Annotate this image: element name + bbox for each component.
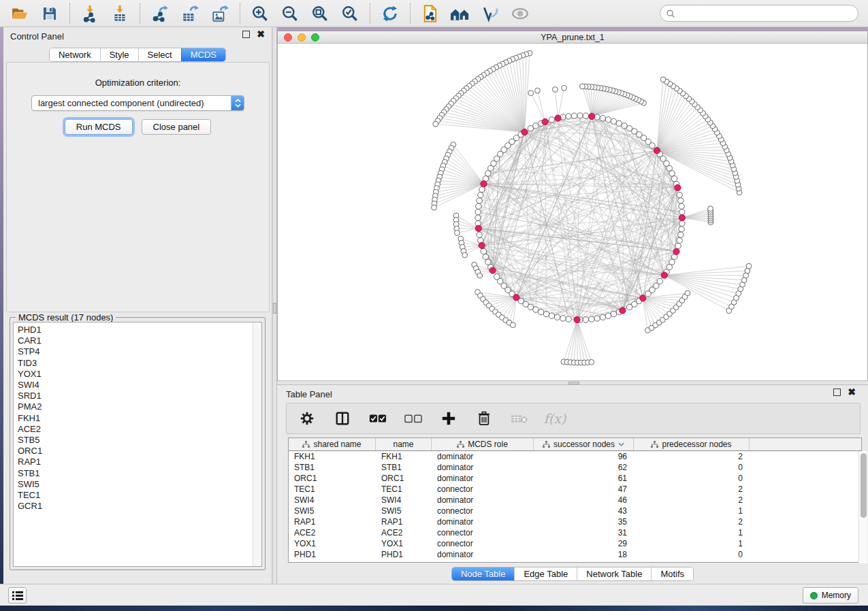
task-history-button[interactable] — [8, 587, 27, 604]
close-window-button[interactable] — [284, 33, 292, 42]
export-image-button[interactable] — [210, 4, 230, 23]
zoom-fit-button[interactable] — [310, 4, 330, 23]
splitter-handle[interactable] — [273, 303, 276, 314]
graph-hub-node[interactable] — [489, 267, 496, 274]
network-window-titlebar[interactable]: YPA_prune.txt_1 — [278, 31, 867, 44]
graph-leaf-node[interactable] — [433, 121, 438, 127]
tab-style[interactable]: Style — [100, 48, 138, 61]
graph-node[interactable] — [477, 232, 482, 237]
graph-hub-node[interactable] — [654, 148, 660, 154]
graph-node[interactable] — [675, 243, 681, 248]
graph-hub-node[interactable] — [620, 308, 626, 314]
graph-hub-node[interactable] — [661, 272, 667, 278]
graph-node[interactable] — [679, 203, 684, 209]
refresh-button[interactable] — [380, 4, 400, 23]
graph-leaf-node[interactable] — [589, 359, 594, 365]
table-row[interactable]: SWI4SWI4dominator462 — [289, 495, 861, 506]
vertical-splitter[interactable] — [272, 27, 277, 584]
table-row[interactable]: FKH1FKH1dominator962 — [289, 451, 861, 462]
column-header-shared-name[interactable]: shared name — [289, 438, 376, 450]
mcds-result-item[interactable]: TEC1 — [18, 490, 253, 501]
column-header-predecessor-nodes[interactable]: predecessor nodes — [634, 438, 750, 450]
graph-node[interactable] — [571, 113, 577, 118]
graph-node[interactable] — [671, 176, 677, 181]
select-all-button[interactable] — [368, 409, 387, 428]
graph-node[interactable] — [477, 198, 482, 203]
graph-node[interactable] — [478, 192, 483, 197]
network-canvas[interactable] — [278, 44, 867, 380]
graph-node[interactable] — [649, 143, 655, 148]
graph-node[interactable] — [475, 215, 481, 220]
graph-node[interactable] — [554, 314, 560, 320]
table-row[interactable]: STB1STB1dominator620 — [289, 462, 861, 473]
graph-node[interactable] — [583, 317, 588, 323]
graph-leaf-node[interactable] — [432, 205, 437, 210]
optimization-criterion-select[interactable]: largest connected component (undirected) — [31, 95, 244, 111]
graph-node[interactable] — [538, 309, 543, 314]
graph-leaf-node[interactable] — [462, 252, 468, 258]
graph-leaf-node[interactable] — [660, 77, 666, 82]
mcds-result-item[interactable]: STP4 — [18, 346, 253, 357]
graph-node[interactable] — [600, 314, 605, 320]
graph-node[interactable] — [678, 198, 684, 203]
mcds-result-list[interactable]: PHD1CAR1STP4TID3YOX1SWI4SRD1PMA2FKH1ACE2… — [14, 323, 253, 566]
mcds-result-item[interactable]: SWI4 — [18, 380, 253, 391]
graph-node[interactable] — [611, 311, 616, 316]
graph-node[interactable] — [669, 171, 675, 176]
import-network-button[interactable] — [80, 4, 100, 23]
tab-mcds[interactable]: MCDS — [181, 48, 225, 61]
open-button[interactable] — [10, 4, 30, 23]
graph-node[interactable] — [481, 248, 486, 254]
mcds-list-scrollbar[interactable] — [253, 323, 261, 566]
mcds-result-item[interactable]: PMA2 — [18, 401, 253, 412]
graph-leaf-node[interactable] — [477, 273, 483, 278]
graph-leaf-node[interactable] — [562, 86, 567, 91]
graph-node[interactable] — [600, 116, 605, 121]
graph-hub-node[interactable] — [679, 214, 685, 220]
mcds-result-item[interactable]: GCR1 — [18, 501, 253, 512]
table-row[interactable]: ORC1ORC1dominator610 — [289, 473, 861, 484]
home-button[interactable] — [450, 4, 470, 23]
close-panel-icon[interactable]: ✖ — [848, 389, 856, 396]
graph-leaf-node[interactable] — [580, 84, 585, 89]
float-panel-icon[interactable] — [242, 31, 250, 38]
import-table-button[interactable] — [110, 4, 130, 23]
graph-node[interactable] — [479, 186, 485, 192]
save-button[interactable] — [39, 4, 60, 23]
graph-hub-node[interactable] — [673, 248, 679, 254]
graph-node[interactable] — [485, 259, 491, 265]
graph-node[interactable] — [549, 313, 554, 318]
horizontal-splitter[interactable] — [277, 380, 868, 385]
tab-edge-table[interactable]: Edge Table — [514, 567, 577, 580]
hide-eye-button[interactable] — [510, 4, 530, 23]
tab-motifs[interactable]: Motifs — [651, 567, 693, 580]
split-panel-button[interactable] — [333, 409, 352, 428]
graph-node[interactable] — [543, 311, 549, 316]
search-box[interactable] — [660, 5, 858, 22]
graph-node[interactable] — [677, 237, 682, 243]
graph-node[interactable] — [645, 291, 651, 297]
close-panel-button[interactable]: Close panel — [142, 119, 212, 135]
graph-hub-node[interactable] — [640, 295, 646, 301]
table-row[interactable]: RAP1RAP1dominator352 — [289, 516, 861, 527]
column-header-name[interactable]: name — [376, 438, 432, 450]
tab-select[interactable]: Select — [138, 48, 181, 61]
graph-hub-node[interactable] — [513, 295, 519, 301]
mcds-result-item[interactable]: SRD1 — [18, 391, 253, 401]
zoom-out-button[interactable] — [280, 4, 300, 23]
memory-button[interactable]: Memory — [803, 587, 858, 604]
graph-hub-node[interactable] — [475, 225, 481, 231]
run-mcds-button[interactable]: Run MCDS — [65, 119, 133, 135]
table-settings-button[interactable] — [298, 409, 317, 428]
column-header-MCDS-role[interactable]: MCDS role — [432, 438, 534, 450]
graph-node[interactable] — [566, 316, 571, 322]
graph-node[interactable] — [605, 117, 611, 122]
graph-node[interactable] — [475, 209, 481, 214]
graph-leaf-node[interactable] — [708, 206, 713, 212]
graph-node[interactable] — [589, 316, 594, 322]
graph-leaf-node[interactable] — [528, 90, 534, 96]
deselect-all-button[interactable] — [404, 409, 423, 428]
graph-node[interactable] — [605, 313, 611, 318]
graph-node[interactable] — [679, 220, 685, 226]
table-scrollbar[interactable] — [858, 451, 867, 563]
